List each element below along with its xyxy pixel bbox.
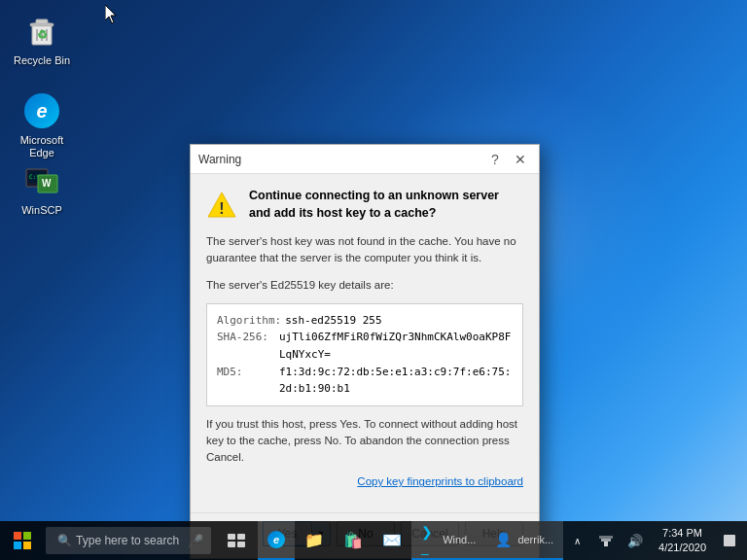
volume-icon[interactable]: 🔊 (622, 521, 649, 560)
dialog-body-text: The server's host key was not found in t… (206, 233, 523, 267)
sha-row: SHA-256: ujTli06ZfMFiR0fWiZQr3NhmCKAlw0o… (217, 329, 513, 363)
svg-rect-21 (237, 542, 245, 547)
taskbar-app-explorer[interactable]: 📁 (295, 521, 334, 560)
clock-time: 7:34 PM (662, 526, 702, 541)
titlebar-controls: ? ✕ (484, 149, 531, 170)
svg-rect-20 (228, 542, 235, 547)
svg-rect-14 (14, 532, 21, 540)
algorithm-row: Algorithm: ssh-ed25519 255 (217, 312, 513, 330)
taskbar-app-terminal[interactable]: ❯_ Wind... (411, 521, 485, 560)
taskbar-icon-group (215, 521, 258, 560)
store-taskbar-icon: 🛍️ (343, 531, 363, 549)
mail-taskbar-icon: ✉️ (382, 531, 402, 549)
start-button[interactable] (0, 521, 44, 560)
taskbar-app-mail[interactable]: ✉️ (373, 521, 411, 560)
warning-dialog: Warning ? ✕ ! Continue connecting to an … (190, 144, 540, 559)
taskbar-app-edge[interactable]: e (258, 521, 295, 560)
svg-rect-24 (599, 536, 613, 539)
microphone-icon: 🎤 (188, 534, 203, 548)
taskbar-right: ∧ 🔊 7:34 PM 4/21/2020 (563, 521, 747, 560)
svg-rect-15 (23, 532, 31, 540)
notification-icon[interactable] (716, 521, 743, 560)
clock[interactable]: 7:34 PM 4/21/2020 (651, 521, 714, 560)
derrik-taskbar-label: derrik... (517, 534, 553, 545)
dialog-title: Warning (198, 153, 241, 166)
sha-label: SHA-256: (217, 329, 275, 363)
copy-fingerprints-link[interactable]: Copy key fingerprints to clipboard (206, 475, 523, 487)
task-view-button[interactable] (215, 521, 258, 560)
edge-taskbar-icon: e (267, 531, 285, 548)
taskbar-app-store[interactable]: 🛍️ (334, 521, 373, 560)
clock-date: 4/21/2020 (658, 541, 706, 555)
svg-rect-23 (601, 539, 611, 542)
sha-value: ujTli06ZfMFiR0fWiZQr3NhmCKAlw0oaKP8FLqNY… (279, 329, 513, 363)
svg-rect-22 (604, 542, 608, 546)
dialog-main-question: Continue connecting to an unknown server… (249, 188, 523, 222)
terminal-taskbar-label: Wind... (443, 534, 476, 545)
terminal-taskbar-icon: ❯_ (421, 524, 437, 555)
svg-rect-16 (14, 542, 21, 549)
key-details-box: Algorithm: ssh-ed25519 255 SHA-256: ujTl… (206, 303, 523, 406)
md5-value: f1:3d:9c:72:db:5e:e1:a3:c9:7f:e6:75:2d:b… (279, 364, 513, 398)
desktop: ♻ Recycle Bin e Microsoft Edge C:\> W Wi… (0, 0, 747, 560)
svg-rect-25 (724, 535, 735, 546)
derrik-taskbar-icon: 👤 (495, 532, 512, 547)
algorithm-label: Algorithm: (217, 312, 281, 330)
search-bar[interactable]: 🔍 Type here to search 🎤 (46, 527, 211, 554)
md5-row: MD5: f1:3d:9c:72:db:5e:e1:a3:c9:7f:e6:75… (217, 364, 513, 398)
dialog-titlebar: Warning ? ✕ (191, 145, 539, 174)
taskbar: 🔍 Type here to search 🎤 e 📁 🛍️ (0, 521, 747, 560)
taskbar-app-derrik[interactable]: 👤 derrik... (485, 521, 563, 560)
dialog-content: ! Continue connecting to an unknown serv… (191, 174, 539, 512)
search-icon: 🔍 (57, 534, 72, 547)
algorithm-value: ssh-ed25519 255 (285, 312, 381, 330)
system-tray: ∧ 🔊 7:34 PM 4/21/2020 (563, 521, 743, 560)
dialog-instruction: If you trust this host, press Yes. To co… (206, 416, 523, 467)
svg-text:!: ! (219, 200, 224, 217)
svg-rect-18 (228, 534, 235, 540)
explorer-taskbar-icon: 📁 (304, 531, 324, 549)
dialog-overlay: Warning ? ✕ ! Continue connecting to an … (0, 0, 747, 560)
svg-rect-19 (237, 534, 245, 540)
md5-label: MD5: (217, 364, 275, 398)
dialog-header: ! Continue connecting to an unknown serv… (206, 188, 523, 222)
help-icon-titlebar[interactable]: ? (484, 149, 506, 170)
close-icon-titlebar[interactable]: ✕ (510, 149, 531, 170)
search-placeholder: Type here to search (76, 534, 179, 547)
warning-triangle-icon: ! (206, 190, 237, 221)
network-icon[interactable] (592, 521, 620, 560)
key-header: The server's Ed25519 key details are: (206, 277, 523, 294)
chevron-icon[interactable]: ∧ (563, 521, 590, 560)
svg-rect-17 (23, 542, 31, 549)
